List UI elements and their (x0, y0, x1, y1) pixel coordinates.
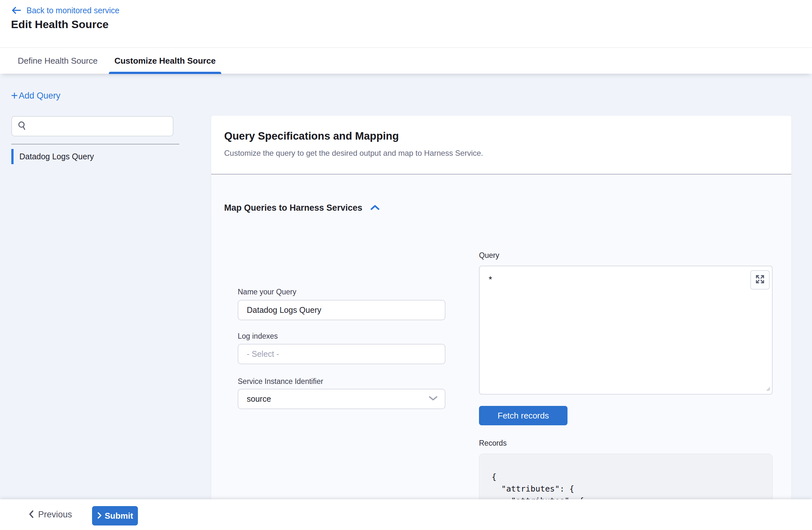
query-editor-box: * (479, 266, 773, 395)
submit-label: Submit (105, 511, 133, 521)
panel-body: Map Queries to Harness Services Name you… (211, 174, 791, 499)
fullscreen-expand-icon (755, 274, 765, 286)
query-search-box (11, 116, 173, 137)
submit-button[interactable]: Submit (92, 506, 138, 526)
map-queries-collapse-toggle[interactable]: Map Queries to Harness Services (224, 203, 380, 213)
tab-customize-label: Customize Health Source (114, 56, 216, 66)
chevron-up-icon (370, 204, 380, 212)
chevron-left-icon (28, 510, 34, 519)
query-name-input[interactable] (238, 300, 445, 320)
add-query-button[interactable]: + Add Query (11, 90, 60, 101)
records-label: Records (479, 439, 507, 448)
active-tab-underline (109, 72, 221, 74)
log-indexes-label: Log indexes (238, 332, 278, 341)
code-line: { (492, 471, 627, 483)
code-line: "attributes": { (492, 483, 627, 495)
tab-bar: Define Health Source Customize Health So… (0, 47, 812, 74)
map-queries-heading: Map Queries to Harness Services (224, 203, 362, 213)
panel-title: Query Specifications and Mapping (224, 130, 399, 142)
fetch-records-button[interactable]: Fetch records (479, 406, 567, 425)
back-link[interactable]: Back to monitored service (11, 5, 119, 15)
service-instance-identifier-select[interactable]: source (238, 389, 445, 409)
wizard-footer: Previous Submit (0, 499, 812, 530)
service-instance-identifier-label: Service Instance Identifier (238, 377, 323, 386)
expand-query-button[interactable] (750, 270, 770, 289)
name-query-label: Name your Query (238, 288, 296, 296)
resize-handle-icon[interactable] (765, 386, 771, 393)
previous-label: Previous (38, 510, 72, 520)
edit-health-source-screen: Back to monitored service Edit Health So… (0, 0, 812, 530)
back-arrow-icon (11, 5, 21, 15)
chevron-right-icon (97, 512, 102, 520)
search-icon (17, 120, 27, 132)
page-title: Edit Health Source (11, 18, 108, 31)
sidebar-divider (11, 144, 179, 144)
log-indexes-input[interactable] (238, 344, 445, 364)
query-textarea[interactable]: * (480, 266, 772, 394)
add-query-label: Add Query (19, 91, 60, 101)
query-item-label: Datadog Logs Query (19, 152, 94, 161)
query-list-item-datadog-logs[interactable]: Datadog Logs Query (11, 149, 94, 164)
tab-define-health-source[interactable]: Define Health Source (18, 48, 98, 74)
previous-button[interactable]: Previous (28, 499, 72, 530)
back-link-label: Back to monitored service (27, 6, 119, 15)
query-label: Query (479, 251, 499, 260)
selected-indicator-bar (11, 149, 14, 164)
search-input[interactable] (31, 122, 168, 131)
page-header: Back to monitored service Edit Health So… (0, 0, 812, 47)
service-instance-identifier-value: source (247, 394, 429, 404)
chevron-down-icon (429, 396, 438, 402)
query-specifications-panel: Query Specifications and Mapping Customi… (211, 116, 791, 499)
panel-subtitle: Customize the query to get the desired o… (224, 149, 483, 158)
tab-customize-health-source[interactable]: Customize Health Source (114, 48, 216, 74)
plus-icon: + (11, 90, 18, 101)
